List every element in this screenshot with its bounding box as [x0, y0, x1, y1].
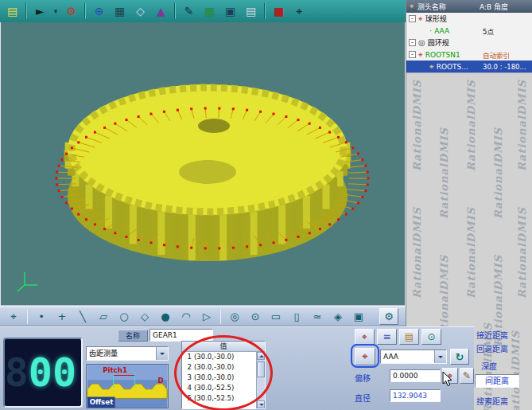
view-3d-icon[interactable]: ▲: [151, 2, 171, 21]
scrollbar-thumb[interactable]: [257, 361, 265, 377]
feature-name-input[interactable]: [150, 329, 213, 342]
d-label: D: [158, 377, 164, 385]
line-icon[interactable]: ╲: [73, 308, 92, 325]
tree-item-label: 球形规: [425, 14, 480, 24]
tree-item-label: ROOTSN1: [425, 51, 480, 59]
watermark-text: RationalDMIS: [492, 127, 504, 219]
scroll-down-icon[interactable]: [257, 400, 265, 408]
control-panel: 8 00 名称 ⌖ ≡ ▤ ⊙ 齿距测量 值 1 (30.0,-30.0) 2 …: [0, 326, 474, 410]
offset-input[interactable]: [390, 369, 441, 382]
diameter-label: 直径: [355, 392, 371, 404]
viewport-canvas: [1, 22, 405, 305]
name-label: 名称: [118, 330, 148, 342]
circle-center-icon[interactable]: ⊙: [246, 308, 265, 325]
tree-item-label: 圆环规: [428, 37, 480, 48]
scrollbar-track[interactable]: [257, 377, 265, 400]
counter-display: 8 00: [3, 338, 83, 408]
offset-probe-icon[interactable]: ⌖: [442, 368, 458, 384]
scroll-up-icon[interactable]: [257, 352, 265, 360]
refresh-icon[interactable]: ↻: [450, 349, 469, 365]
tree-item-label: ROOTS...: [437, 63, 480, 71]
watermark-text: RationalDMIS: [411, 207, 423, 299]
spacing-distance-field[interactable]: 间距离: [475, 374, 519, 388]
probe-icon[interactable]: ⌖: [289, 2, 309, 21]
list-item[interactable]: 4 (30.0,-52.5): [182, 383, 256, 393]
cone-icon[interactable]: ▷: [197, 308, 216, 325]
offset-edit-icon[interactable]: ✎: [460, 368, 474, 384]
row-value: (30.0,-30.0): [194, 373, 234, 383]
slot-icon[interactable]: ▭: [266, 308, 285, 325]
point-icon[interactable]: •: [32, 308, 51, 325]
caliper-icon[interactable]: ≡: [377, 329, 397, 345]
settings-wheel-icon[interactable]: ⚙: [61, 2, 81, 21]
depth-label: 深度: [481, 360, 497, 372]
probe-config-icon[interactable]: ⌖: [355, 329, 375, 345]
polygon-icon[interactable]: ◇: [135, 308, 154, 325]
torus-icon[interactable]: ◎: [225, 308, 244, 325]
gear-settings-icon[interactable]: ⚙: [379, 308, 398, 325]
list-item[interactable]: 5 (30.0,-52.5): [182, 393, 256, 404]
watermark-text: RationalDMIS: [516, 80, 528, 171]
zoom-icon[interactable]: ⊕: [89, 2, 109, 21]
diameter-input[interactable]: [390, 389, 441, 402]
row-number: 3: [182, 373, 192, 383]
tree-header-angle-column: A:B 角度: [480, 2, 529, 12]
row-value: (30.0,-52.5): [194, 393, 234, 404]
probe-icon: ⌖: [429, 62, 434, 72]
expand-icon[interactable]: -: [409, 15, 416, 22]
viewport-3d[interactable]: [0, 22, 406, 307]
gauge-icon[interactable]: ⊙: [421, 329, 441, 345]
expand-icon[interactable]: -: [409, 51, 416, 58]
tree-row-aaa[interactable]: · AAA 5点: [406, 25, 532, 37]
list-item[interactable]: 3 (30.0,-30.0): [182, 373, 256, 383]
arc-icon[interactable]: ◠: [177, 308, 196, 325]
tree-row-roots-selected[interactable]: ⌖ ROOTS... 30.0 : -180...: [406, 61, 532, 72]
cylinder-icon[interactable]: ▯: [287, 308, 306, 325]
palette-icon[interactable]: ▩: [200, 2, 219, 21]
chevron-down-icon[interactable]: [156, 347, 168, 360]
print-icon[interactable]: ▤: [241, 2, 261, 21]
plane-view-icon[interactable]: ◇: [130, 2, 150, 21]
report-icon[interactable]: ▤: [399, 329, 419, 345]
block-icon[interactable]: ▣: [349, 308, 368, 325]
toolbar-separator: [27, 310, 28, 324]
probe-select-icon[interactable]: ⌖: [355, 348, 375, 365]
material-icon[interactable]: ■: [269, 2, 289, 21]
expand-icon[interactable]: -: [409, 39, 416, 46]
tree-row-rootsn1[interactable]: - ⌖ ROOTSN1 自动索引: [406, 49, 532, 61]
main-toolbar: ▤ ► ▾ ⚙ ⊕ ▦ ◇ ▲ ✎ ▩ ▣ ▤ ■ ⌖: [0, 0, 406, 22]
select-cursor-icon[interactable]: ►: [30, 2, 50, 21]
list-item[interactable]: 1 (30.0,-30.0): [182, 352, 256, 362]
curve-icon[interactable]: ≈: [308, 308, 327, 325]
tree-header-name-column: 测头名称: [417, 2, 476, 12]
toolbar-separator: [174, 3, 176, 19]
gem-icon[interactable]: ◈: [328, 308, 348, 325]
list-item[interactable]: 2 (30.0,-30.0): [182, 362, 256, 373]
plane-icon[interactable]: ▱: [94, 308, 113, 325]
measure-type-value: 齿距测量: [87, 347, 156, 360]
probe-mode-icon[interactable]: ⌖: [4, 308, 23, 325]
list-scrollbar[interactable]: [256, 352, 265, 408]
sphere-icon[interactable]: ●: [156, 308, 175, 325]
geometry-toolbar: ⌖ • + ╲ ▱ ○ ◇ ● ◠ ▷ ◎ ⊙ ▭ ▯ ≈ ◈ ▣ ⚙: [0, 307, 406, 326]
ring-gauge-icon: ◎: [418, 38, 425, 47]
row-value: (30.0,-30.0): [194, 362, 234, 373]
probe-select-dropdown[interactable]: AAA: [380, 349, 447, 364]
tree-row-ring-gauge[interactable]: - ◎ 圆环规: [406, 37, 532, 49]
open-icon[interactable]: ▤: [2, 2, 22, 21]
chevron-down-icon[interactable]: ▾: [51, 2, 60, 21]
counter-ghost-digit: 8: [5, 349, 29, 396]
diagram-sky: [87, 365, 167, 380]
capture-icon[interactable]: ▣: [220, 2, 240, 21]
circle-icon[interactable]: ○: [115, 308, 134, 325]
pitch-diagram: Pitch1 D Offset: [86, 364, 169, 408]
annotate-icon[interactable]: ✎: [179, 2, 199, 21]
row-number: 1: [182, 352, 192, 362]
tree-row-sphere-gauge[interactable]: - ⌖ 球形规: [406, 13, 532, 25]
toolbar-separator: [25, 3, 27, 19]
construct-icon[interactable]: +: [52, 308, 72, 325]
display-icon[interactable]: ▦: [110, 2, 130, 21]
measure-type-dropdown[interactable]: 齿距测量: [86, 346, 169, 361]
chevron-down-icon[interactable]: [434, 350, 446, 363]
watermark-text: RationalDMIS: [510, 330, 522, 410]
